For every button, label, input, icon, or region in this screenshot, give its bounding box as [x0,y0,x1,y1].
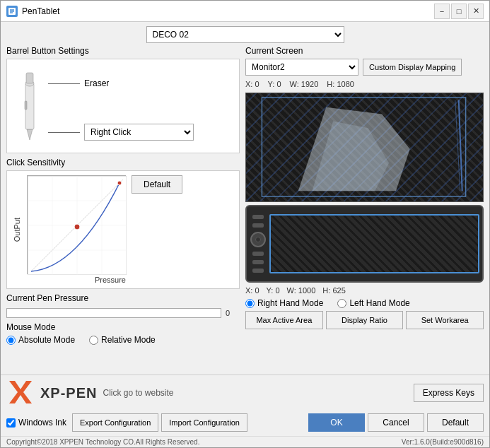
monitor-select[interactable]: Monitor2 Monitor1 [245,59,358,76]
tablet-btn-5 [252,269,264,273]
tablet-btn-2 [252,223,264,228]
eraser-label-row: Eraser [48,78,194,88]
website-text: Click go to website [103,388,173,398]
active-area-button[interactable]: Max Active Area [245,311,323,329]
current-screen-header: Monitor2 Monitor1 Custom Display Mapping [245,59,484,76]
right-hand-radio[interactable] [245,299,255,308]
screen-y-label: Y: 0 [268,80,281,88]
svg-rect-8 [26,73,33,83]
absolute-mode-radio[interactable] [6,336,16,345]
display-ratio-button[interactable]: Display Ratio [326,311,404,329]
relative-mode-option[interactable]: Relative Mode [89,335,156,345]
barrel-button-row: Right Click Left Click Middle Click None [48,124,194,141]
pressure-axis-label: Pressure [27,276,126,284]
hand-mode-section: Right Hand Mode Left Hand Mode [245,298,484,308]
monitor-artwork [246,93,483,201]
maximize-button[interactable]: □ [451,4,467,19]
sensitivity-section: Click Sensitivity OutPut [6,158,240,289]
svg-marker-4 [27,129,33,140]
xppen-logo[interactable]: XP-PEN [6,378,97,408]
tablet-btn-1 [252,215,264,219]
sensitivity-curve [28,176,127,275]
express-keys-button[interactable]: Express Keys [414,384,484,402]
minimize-button[interactable]: − [434,4,450,19]
relative-mode-radio[interactable] [89,336,98,345]
tablet-left-buttons [247,210,267,277]
pen-svg [20,69,40,143]
window-title: PenTablet [22,6,434,16]
screen-w-label: W: 1920 [290,80,319,88]
right-panel: Current Screen Monitor2 Monitor1 Custom … [245,46,484,372]
tablet-w: W: 1000 [287,286,316,295]
import-config-button[interactable]: Import Configuration [161,413,247,432]
window-controls: − □ ✕ [434,4,484,19]
cancel-button[interactable]: Cancel [368,413,424,432]
main-window: PenTablet − □ ✕ DECO 02 Barrel Button Se… [0,0,490,448]
left-hand-option[interactable]: Left Hand Mode [337,298,409,308]
svg-rect-6 [25,101,27,110]
mouse-mode-radios: Absolute Mode Relative Mode [6,332,240,348]
tablet-h: H: 625 [322,286,345,295]
ok-button[interactable]: OK [308,413,365,432]
sensitivity-graph-area: OutPut [13,175,233,284]
mouse-mode-label: Mouse Mode [6,322,55,332]
pen-pressure-section: Current Pen Pressure 0 [6,293,240,318]
tablet-coords-bar: X: 0 Y: 0 W: 1000 H: 625 [245,285,346,295]
set-workarea-button[interactable]: Set Workarea [406,311,484,329]
tablet-device [245,205,484,283]
monitor-preview [245,93,484,202]
svg-point-18 [117,181,122,185]
screen-coords-bar: X: 0 Y: 0 W: 1920 H: 1080 [245,78,484,90]
sensitivity-title: Click Sensitivity [6,158,240,167]
barrel-dropdown[interactable]: Right Click Left Click Middle Click None [84,124,194,141]
right-hand-label: Right Hand Mode [257,298,323,308]
screen-x-label: X: 0 [245,80,259,88]
relative-mode-label: Relative Mode [101,335,156,345]
tablet-btn-4 [252,260,264,264]
logo-svg [6,378,40,408]
absolute-mode-option[interactable]: Absolute Mode [6,335,75,345]
left-hand-label: Left Hand Mode [349,298,409,308]
right-hand-option[interactable]: Right Hand Mode [245,298,323,308]
left-hand-radio[interactable] [337,299,346,308]
sensitivity-graph[interactable] [27,175,126,274]
action-buttons-row: Max Active Area Display Ratio Set Workar… [245,311,484,329]
barrel-section: Barrel Button Settings [6,46,240,153]
absolute-mode-label: Absolute Mode [18,335,75,345]
close-button[interactable]: ✕ [468,4,484,19]
svg-point-17 [74,224,80,230]
pressure-bar [6,308,221,318]
windows-ink-label: Windows Ink [18,418,66,428]
screen-h-label: H: 1080 [327,80,354,88]
left-panel: Barrel Button Settings [6,46,240,372]
pressure-value: 0 [226,309,240,317]
main-content: Barrel Button Settings [1,46,489,375]
pressure-bar-container: 0 [6,308,240,318]
tablet-scroll-wheel [250,232,266,247]
version-text: Ver:1.6.0(Build:e900d816) [402,438,484,446]
device-bar: DECO 02 [1,22,489,46]
footer-bar: Windows Ink Export Configuration Import … [1,411,489,436]
sensitivity-default-button[interactable]: Default [132,175,182,194]
output-label: OutPut [13,218,21,242]
bottom-section: XP-PEN Click go to website Express Keys [1,375,489,411]
tablet-btn-3 [252,252,264,256]
pen-pressure-label: Current Pen Pressure [6,293,240,303]
windows-ink-checkbox-area[interactable]: Windows Ink [6,418,66,428]
app-icon [6,6,18,17]
device-select[interactable]: DECO 02 [146,26,344,43]
default-button[interactable]: Default [427,413,484,432]
title-bar: PenTablet − □ ✕ [1,1,489,22]
mouse-mode-section: Mouse Mode Absolute Mode Relative Mode [6,322,240,348]
logo-text: XP-PEN [40,385,97,401]
windows-ink-checkbox[interactable] [6,418,16,428]
custom-mapping-button[interactable]: Custom Display Mapping [363,59,462,76]
tablet-x: X: 0 [245,286,259,295]
tablet-active-area [269,214,479,274]
svg-marker-22 [9,381,32,403]
copyright-bar: Copyright©2018 XPPEN Technology CO.All R… [1,436,489,447]
monitor-content [246,93,483,201]
export-config-button[interactable]: Export Configuration [72,413,158,432]
copyright-text: Copyright©2018 XPPEN Technology CO.All R… [6,438,199,446]
tablet-y: Y: 0 [267,286,280,295]
